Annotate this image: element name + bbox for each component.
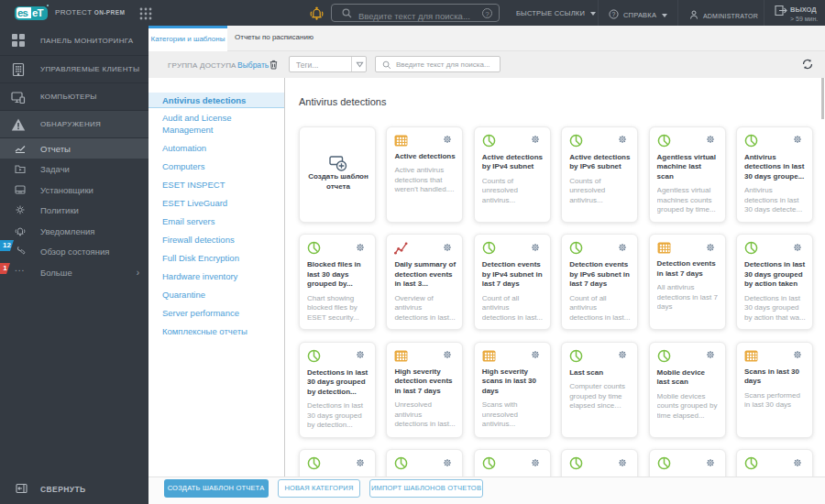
svg-text:?: ? <box>612 11 616 17</box>
